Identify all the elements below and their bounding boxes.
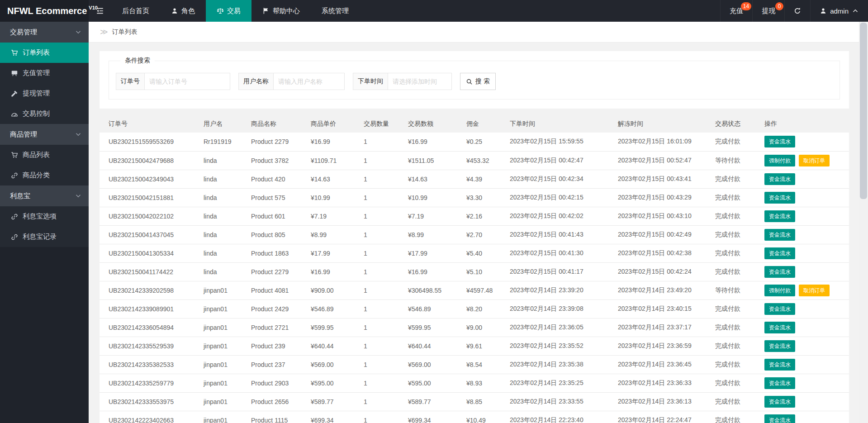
search-button[interactable]: 搜 索	[460, 73, 496, 90]
vertical-scrollbar[interactable]	[859, 22, 868, 423]
sidebar-item-label: 利息宝记录	[23, 233, 57, 241]
cell-order-time: 2023年02月15日 00:42:34	[505, 170, 613, 188]
cell-unfreeze-time: 2023年02月14日 22:24:47	[613, 411, 711, 423]
nav-item-label: 系统管理	[322, 7, 349, 15]
cell-order-time: 2023年02月14日 23:39:08	[505, 299, 613, 318]
sidebar-item-label: 充值管理	[23, 69, 50, 77]
sidebar-group-interest-treasure[interactable]: 利息宝	[0, 185, 89, 206]
cell-actions: 资金流水	[760, 374, 849, 392]
cell-product: Product 575	[247, 188, 306, 207]
fund-flow-button[interactable]: 资金流水	[764, 266, 795, 278]
scrollbar-thumb[interactable]	[860, 23, 867, 199]
user-menu[interactable]: admin	[810, 0, 868, 22]
withdraw-badge: 0	[775, 2, 783, 10]
refresh-button[interactable]	[784, 0, 810, 22]
search-row: 订单号用户名称下单时间 搜 索	[116, 73, 833, 90]
force-pay-button[interactable]: 强制付款	[764, 155, 795, 166]
nav-item-help-center[interactable]: 帮助中心	[251, 0, 311, 22]
sidebar-item-label: 订单列表	[23, 48, 50, 57]
nav-item-trade[interactable]: 交易	[206, 0, 251, 22]
sidebar-item-withdraw-management[interactable]: 提现管理	[0, 83, 89, 104]
fund-flow-button[interactable]: 资金流水	[764, 359, 795, 371]
cell-actions: 资金流水	[760, 262, 849, 281]
fund-flow-button[interactable]: 资金流水	[764, 340, 795, 352]
collapse-sidebar-icon[interactable]	[89, 0, 111, 22]
fund-flow-button[interactable]: 资金流水	[764, 173, 795, 185]
cell-user: jinpan01	[199, 411, 247, 423]
table-row: UB2302150041305334lindaProduct 1863¥17.9…	[100, 244, 849, 262]
cell-qty: 1	[359, 411, 403, 423]
fund-flow-button[interactable]: 资金流水	[764, 377, 795, 389]
nav-item-roles[interactable]: 角色	[160, 0, 206, 22]
fund-flow-button[interactable]: 资金流水	[764, 322, 795, 333]
cell-actions: 资金流水	[760, 392, 849, 411]
sidebar-item-product-list[interactable]: 商品列表	[0, 145, 89, 165]
cell-status: 完成付款	[711, 392, 760, 411]
cancel-order-button[interactable]: 取消订单	[799, 285, 830, 296]
cell-actions: 强制付款取消订单	[760, 281, 849, 299]
sidebar-item-label: 利息宝选项	[23, 212, 57, 221]
sidebar-item-order-list[interactable]: 订单列表	[0, 43, 89, 63]
cell-commission: ¥3.30	[462, 188, 505, 207]
fund-flow-button[interactable]: 资金流水	[764, 136, 795, 147]
column-header: 交易数量	[359, 115, 403, 133]
person-icon	[171, 7, 178, 14]
cell-unfreeze-time: 2023年02月15日 00:42:24	[613, 262, 711, 281]
withdraw-nav-item[interactable]: 提现 0	[752, 0, 784, 22]
cell-qty: 1	[359, 225, 403, 244]
table-row: UB2302142339202598jinpan01Product 4081¥9…	[100, 281, 849, 299]
sidebar-item-trade-control[interactable]: 交易控制	[0, 104, 89, 124]
sidebar: 交易管理订单列表充值管理提现管理交易控制商品管理商品列表商品分类利息宝利息宝选项…	[0, 22, 89, 423]
cell-order-time: 2023年02月14日 23:35:25	[505, 374, 613, 392]
fund-flow-button[interactable]: 资金流水	[764, 396, 795, 408]
cell-commission: ¥4.39	[462, 170, 505, 188]
sidebar-item-recharge-management[interactable]: 充值管理	[0, 63, 89, 83]
order-time-field-input[interactable]	[388, 73, 452, 90]
sidebar-item-product-category[interactable]: 商品分类	[0, 165, 89, 185]
recharge-nav-item[interactable]: 充值 14	[720, 0, 752, 22]
cell-unfreeze-time: 2023年02月14日 23:36:59	[613, 337, 711, 355]
order-no-field-input[interactable]	[144, 73, 230, 90]
fund-flow-button[interactable]: 资金流水	[764, 229, 795, 241]
fund-flow-button[interactable]: 资金流水	[764, 303, 795, 315]
force-pay-button[interactable]: 强制付款	[764, 285, 795, 296]
table-row: UB2302142339089901jinpan01Product 2429¥5…	[100, 299, 849, 318]
cell-order-no: UB2302150041174422	[100, 262, 199, 281]
cell-status: 完成付款	[711, 355, 760, 374]
cell-status: 完成付款	[711, 207, 760, 225]
sidebar-item-interest-records[interactable]: 利息宝记录	[0, 227, 89, 247]
cell-user: jinpan01	[199, 337, 247, 355]
nav-item-backend-home[interactable]: 后台首页	[111, 0, 160, 22]
column-header: 交易状态	[711, 115, 760, 133]
top-navbar: NFWL Ecommerce V10 后台首页角色交易帮助中心系统管理 充值 1…	[0, 0, 868, 22]
cell-status: 等待付款	[711, 281, 760, 299]
cell-status: 完成付款	[711, 374, 760, 392]
cell-order-no: UB2302150041305334	[100, 244, 199, 262]
cell-qty: 1	[359, 281, 403, 299]
fund-flow-button[interactable]: 资金流水	[764, 210, 795, 222]
fund-flow-button[interactable]: 资金流水	[764, 414, 795, 423]
cell-commission: ¥8.54	[462, 355, 505, 374]
cancel-order-button[interactable]: 取消订单	[799, 155, 830, 166]
cell-order-time: 2023年02月15日 00:42:02	[505, 207, 613, 225]
username: admin	[830, 7, 849, 15]
nav-item-system-management[interactable]: 系统管理	[311, 0, 360, 22]
cell-price: ¥8.99	[306, 225, 359, 244]
cell-order-no: UB2302150042349043	[100, 170, 199, 188]
sidebar-group-product-management[interactable]: 商品管理	[0, 124, 89, 145]
fund-flow-button[interactable]: 资金流水	[764, 192, 795, 204]
fund-flow-button[interactable]: 资金流水	[764, 247, 795, 259]
chevron-down-icon	[75, 29, 82, 36]
cell-order-time: 2023年02月14日 23:33:55	[505, 392, 613, 411]
cell-price: ¥16.99	[306, 133, 359, 151]
nav-item-label: 交易	[227, 7, 241, 15]
column-header: 商品单价	[306, 115, 359, 133]
cell-product: Product 420	[247, 170, 306, 188]
order-no-field-label: 订单号	[116, 73, 144, 90]
sidebar-group-trade-management[interactable]: 交易管理	[0, 22, 89, 43]
user-name-field-input[interactable]	[273, 73, 345, 90]
cell-status: 完成付款	[711, 244, 760, 262]
cell-user: jinpan01	[199, 355, 247, 374]
sidebar-item-interest-options[interactable]: 利息宝选项	[0, 206, 89, 227]
chevron-down-icon	[75, 192, 82, 200]
